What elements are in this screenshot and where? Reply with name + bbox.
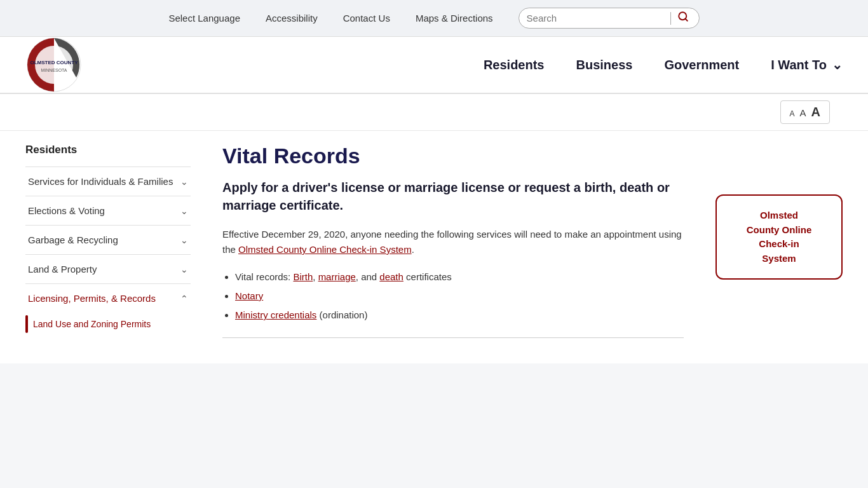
- chevron-right-icon: ⌄: [180, 206, 188, 216]
- sidebar-licensing-header[interactable]: Licensing, Permits, & Records ⌃: [25, 284, 191, 313]
- svg-text:MINNESOTA: MINNESOTA: [41, 68, 67, 72]
- font-small-button[interactable]: A: [790, 109, 795, 118]
- sidebar-item-services: Services for Individuals & Families ⌄: [25, 166, 191, 196]
- page-title: Vital Records: [222, 144, 684, 168]
- chevron-right-icon: ⌄: [180, 177, 188, 187]
- sidebar-sub-land-use: Land Use and Zoning Permits: [25, 315, 191, 333]
- checkin-system-link[interactable]: Olmsted County Online Check-in System: [238, 244, 412, 255]
- font-medium-button[interactable]: A: [800, 107, 806, 118]
- active-indicator: [25, 315, 28, 333]
- search-input[interactable]: [527, 13, 667, 24]
- nav-government[interactable]: Government: [664, 58, 739, 72]
- birth-link[interactable]: Birth: [293, 271, 313, 282]
- font-size-bar: A A A: [0, 94, 868, 131]
- sidebar-elections-label: Elections & Voting: [28, 205, 105, 216]
- notary-link[interactable]: Notary: [235, 290, 263, 301]
- list-item-ministry: Ministry credentials (ordination): [235, 306, 684, 325]
- chevron-right-icon: ⌄: [180, 235, 188, 245]
- svg-line-1: [685, 18, 687, 20]
- nav-business[interactable]: Business: [576, 58, 632, 72]
- checkin-text: Olmsted County Online Check-in System: [727, 208, 831, 266]
- sidebar-item-licensing: Licensing, Permits, & Records ⌃ Land Use…: [25, 283, 191, 339]
- nav-links: Residents Business Government I Want To …: [484, 57, 843, 72]
- sidebar-land-header[interactable]: Land & Property ⌄: [25, 255, 191, 283]
- sidebar-sub-menu: Land Use and Zoning Permits: [25, 313, 191, 339]
- sidebar-garbage-header[interactable]: Garbage & Recycling ⌄: [25, 226, 191, 254]
- sidebar-services-header[interactable]: Services for Individuals & Families ⌄: [25, 167, 191, 196]
- maps-directions-link[interactable]: Maps & Directions: [416, 13, 493, 24]
- sidebar-elections-header[interactable]: Elections & Voting ⌄: [25, 196, 191, 225]
- bullet-list: Vital records: Birth, marriage, and deat…: [235, 268, 684, 325]
- death-link[interactable]: death: [379, 271, 403, 282]
- list-item-notary: Notary: [235, 287, 684, 306]
- main-nav: OLMSTED COUNTY MINNESOTA Residents Busin…: [0, 37, 868, 94]
- sidebar-title: Residents: [25, 144, 191, 156]
- main-content: Vital Records Apply for a driver's licen…: [210, 144, 696, 351]
- sidebar-item-elections: Elections & Voting ⌄: [25, 196, 191, 225]
- land-use-permits-link[interactable]: Land Use and Zoning Permits: [33, 315, 151, 333]
- checkin-box[interactable]: Olmsted County Online Check-in System: [715, 194, 843, 280]
- logo: OLMSTED COUNTY MINNESOTA: [25, 36, 83, 93]
- page-subtitle: Apply for a driver's license or marriage…: [222, 179, 684, 214]
- content-divider: [222, 337, 684, 338]
- right-sidebar: Olmsted County Online Check-in System: [715, 144, 843, 351]
- content-wrapper: Residents Services for Individuals & Fam…: [0, 131, 868, 363]
- accessibility-link[interactable]: Accessibility: [266, 13, 318, 24]
- nav-residents[interactable]: Residents: [484, 58, 545, 72]
- logo-area: OLMSTED COUNTY MINNESOTA: [25, 32, 83, 97]
- sidebar-garbage-label: Garbage & Recycling: [28, 234, 118, 245]
- utility-bar: Select Language Accessibility Contact Us…: [0, 0, 868, 37]
- chevron-up-icon: ⌃: [180, 294, 188, 304]
- sidebar: Residents Services for Individuals & Fam…: [25, 144, 191, 351]
- sidebar-services-label: Services for Individuals & Families: [28, 176, 173, 187]
- search-box: [519, 8, 700, 29]
- font-controls: A A A: [780, 100, 830, 124]
- list-item-vital: Vital records: Birth, marriage, and deat…: [235, 268, 684, 287]
- svg-text:OLMSTED COUNTY: OLMSTED COUNTY: [30, 60, 78, 65]
- page-body-intro: Effective December 29, 2020, anyone need…: [222, 227, 684, 257]
- sidebar-licensing-label: Licensing, Permits, & Records: [28, 293, 156, 304]
- search-button[interactable]: [675, 11, 691, 25]
- chevron-right-icon: ⌄: [180, 264, 188, 274]
- sidebar-land-label: Land & Property: [28, 264, 97, 274]
- sidebar-item-garbage: Garbage & Recycling ⌄: [25, 225, 191, 254]
- search-divider: [670, 12, 671, 25]
- body-text-end: .: [412, 244, 414, 255]
- i-want-to-menu[interactable]: I Want To ⌄: [771, 57, 843, 72]
- contact-us-link[interactable]: Contact Us: [343, 13, 390, 24]
- chevron-down-icon: ⌄: [832, 57, 843, 72]
- marriage-link[interactable]: marriage: [318, 271, 356, 282]
- select-language-link[interactable]: Select Language: [168, 13, 240, 24]
- font-large-button[interactable]: A: [811, 105, 820, 119]
- i-want-to-label: I Want To: [771, 58, 827, 72]
- ministry-credentials-link[interactable]: Ministry credentials: [235, 309, 316, 320]
- sidebar-item-land: Land & Property ⌄: [25, 254, 191, 283]
